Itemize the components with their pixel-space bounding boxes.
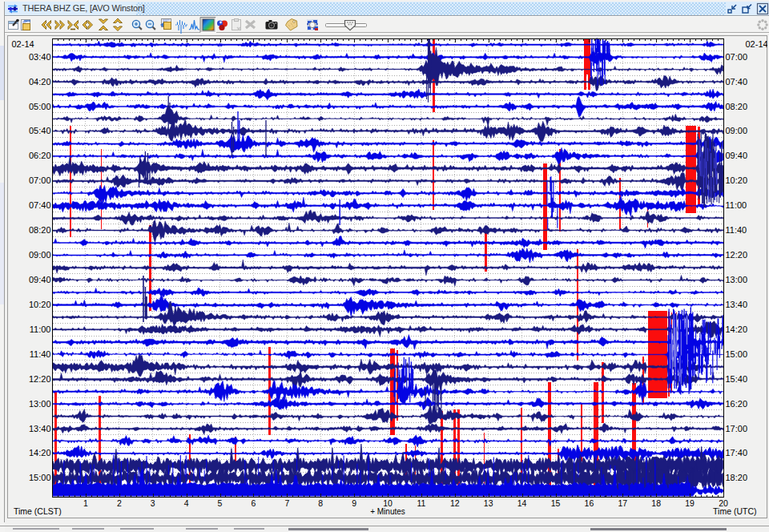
svg-text:7: 7 <box>284 498 289 508</box>
svg-text:14: 14 <box>517 498 527 508</box>
svg-text:12:20: 12:20 <box>726 250 748 260</box>
svg-text:05:00: 05:00 <box>29 102 51 111</box>
svg-text:04:20: 04:20 <box>29 77 51 87</box>
svg-text:07:00: 07:00 <box>726 52 748 62</box>
svg-text:10:20: 10:20 <box>726 175 748 185</box>
svg-text:17:00: 17:00 <box>726 424 748 433</box>
svg-text:08:20: 08:20 <box>726 102 748 111</box>
svg-text:Time (UTC): Time (UTC) <box>713 506 756 516</box>
svg-text:15:00: 15:00 <box>726 349 748 359</box>
svg-text:3: 3 <box>151 498 155 508</box>
svg-text:16: 16 <box>585 498 594 508</box>
svg-text:6: 6 <box>251 498 256 508</box>
svg-text:15:00: 15:00 <box>29 473 51 482</box>
svg-text:1: 1 <box>83 498 88 508</box>
svg-text:13:00: 13:00 <box>726 275 748 284</box>
svg-text:18: 18 <box>651 498 661 508</box>
svg-text:+ Minutes: + Minutes <box>370 507 405 516</box>
svg-text:11:00: 11:00 <box>30 324 51 334</box>
svg-text:13:00: 13:00 <box>29 399 51 409</box>
svg-text:2: 2 <box>117 498 122 508</box>
svg-text:09:00: 09:00 <box>726 126 748 135</box>
svg-text:17: 17 <box>618 498 627 508</box>
svg-text:08:20: 08:20 <box>29 225 51 235</box>
svg-text:11:40: 11:40 <box>726 225 747 235</box>
svg-text:13:40: 13:40 <box>29 424 51 433</box>
svg-text:14:20: 14:20 <box>726 324 748 334</box>
svg-text:13: 13 <box>484 498 493 508</box>
svg-text:15: 15 <box>551 498 561 508</box>
svg-text:19: 19 <box>685 498 695 508</box>
svg-text:10:20: 10:20 <box>29 300 51 309</box>
svg-text:07:00: 07:00 <box>29 175 51 185</box>
svg-text:12: 12 <box>450 498 460 508</box>
svg-text:02-14: 02-14 <box>12 39 34 49</box>
svg-text:13:40: 13:40 <box>726 300 748 309</box>
svg-text:12:20: 12:20 <box>29 374 51 384</box>
svg-text:07:40: 07:40 <box>29 200 51 210</box>
svg-text:16:20: 16:20 <box>726 399 748 409</box>
svg-text:05:40: 05:40 <box>29 126 51 135</box>
svg-text:17:40: 17:40 <box>726 448 748 457</box>
svg-text:15:40: 15:40 <box>726 374 748 384</box>
svg-text:03:40: 03:40 <box>29 52 51 62</box>
svg-text:07:40: 07:40 <box>726 77 748 87</box>
svg-text:18:20: 18:20 <box>726 473 748 482</box>
svg-text:09:40: 09:40 <box>726 151 748 160</box>
svg-text:4: 4 <box>184 498 189 508</box>
svg-text:11:00: 11:00 <box>726 200 747 210</box>
svg-text:8: 8 <box>318 498 323 508</box>
svg-text:Time (CLST): Time (CLST) <box>14 506 62 516</box>
svg-text:11: 11 <box>417 498 425 508</box>
svg-text:09:40: 09:40 <box>29 275 51 284</box>
svg-text:02-14: 02-14 <box>746 39 768 49</box>
svg-text:09:00: 09:00 <box>29 250 51 260</box>
svg-text:5: 5 <box>218 498 223 508</box>
svg-text:14:20: 14:20 <box>29 448 51 457</box>
svg-text:11:40: 11:40 <box>30 349 51 359</box>
svg-text:06:20: 06:20 <box>29 151 51 160</box>
svg-text:9: 9 <box>352 498 356 508</box>
